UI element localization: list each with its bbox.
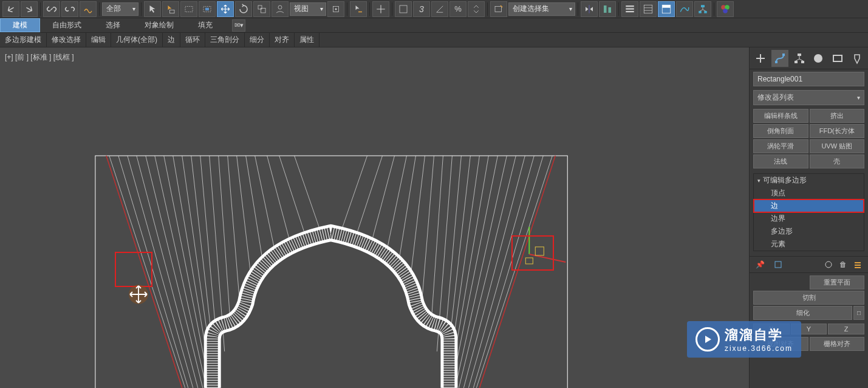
subobject-edge[interactable]: 边 [754,199,864,212]
material-editor-button[interactable] [717,1,734,17]
constrain-z-button[interactable]: Z [828,324,864,334]
mod-turbosmooth-button[interactable]: 涡轮平滑 [753,139,808,153]
remove-modifier-button[interactable]: 🗑 [838,259,849,270]
make-unique-button[interactable] [823,259,834,270]
sub-edges[interactable]: 边 [163,33,180,47]
refine-settings-button[interactable]: □ [853,306,864,320]
ribbon-tab-modeling[interactable]: 建模 [0,18,40,32]
mod-shell-button[interactable]: 壳 [810,154,865,168]
mod-bevel-profile-button[interactable]: 倒角剖面 [753,124,808,138]
motion-tab-button[interactable] [810,50,827,67]
svg-line-50 [468,156,534,388]
sub-polygon-modeling[interactable]: 多边形建模 [0,33,47,47]
selection-filter-dropdown[interactable]: 全部 [102,2,138,16]
show-end-result-button[interactable] [773,259,784,270]
snap-toggle-button[interactable] [395,1,412,17]
reference-coord-dropdown[interactable]: 视图 [290,2,326,16]
sub-tri[interactable]: 三角剖分 [205,33,245,47]
mirror-button[interactable] [581,1,598,17]
svg-line-32 [146,156,203,388]
select-and-move-button[interactable] [217,1,234,17]
sub-loops[interactable]: 循环 [180,33,205,47]
svg-rect-9 [400,5,407,13]
redo-button[interactable] [21,1,38,17]
toggle-ribbon-button[interactable] [658,1,675,17]
svg-line-66 [355,156,383,239]
sub-properties[interactable]: 属性 [295,33,320,47]
edit-geometry-section: . 重置平面 切割 细化 □ [753,275,864,320]
main-toolbar: 全部 视图 3 % 创建选择集 [0,0,868,18]
modifier-list-dropdown[interactable]: 修改器列表 [753,90,864,105]
select-and-scale-button[interactable] [253,1,270,17]
use-pivot-center-button[interactable] [327,1,344,17]
object-name-field[interactable]: Rectangle001 [753,72,864,86]
select-manipulate-button[interactable] [350,1,367,17]
mod-edit-spline-button[interactable]: 编辑样条线 [753,109,808,123]
unlink-button[interactable] [61,1,78,17]
svg-line-48 [476,156,552,388]
sub-geometry-all[interactable]: 几何体(全部) [111,33,163,47]
link-button[interactable] [43,1,60,17]
window-crossing-button[interactable] [199,1,216,17]
ribbon-misc-button[interactable]: ✉▾ [232,19,245,32]
svg-point-81 [825,262,832,268]
hierarchy-tab-button[interactable] [791,50,808,67]
schematic-view-button[interactable] [694,1,711,17]
snap-3-button[interactable]: 3 [413,1,430,17]
pin-stack-button[interactable]: 📌 [754,259,765,270]
ribbon-tab-populate[interactable]: 填充 [186,18,225,32]
svg-rect-4 [258,5,262,9]
svg-rect-20 [699,11,702,13]
sub-subdivision[interactable]: 细分 [245,33,270,47]
utilities-tab-button[interactable] [849,50,866,67]
named-selection-dropdown[interactable]: 创建选择集 [508,2,575,16]
mod-normal-button[interactable]: 法线 [753,154,808,168]
align-button[interactable] [599,1,616,17]
create-tab-button[interactable] [752,50,769,67]
viewport-front[interactable]: [+] [前 ] [标准 ] [线框 ] [0,47,750,388]
ribbon-tab-freeform[interactable]: 自由形式 [40,18,94,32]
select-and-rotate-button[interactable] [235,1,252,17]
bind-spacewarp-button[interactable] [80,1,97,17]
configure-sets-button[interactable] [852,259,863,270]
sub-modify-selection[interactable]: 修改选择 [47,33,86,47]
select-and-place-button[interactable] [272,1,289,17]
subobject-vertex[interactable]: 顶点 [754,187,864,199]
ribbon-tab-object-paint[interactable]: 对象绘制 [132,18,186,32]
stack-root-editable-poly[interactable]: 可编辑多边形 [754,174,864,187]
svg-point-78 [814,54,822,63]
svg-line-52 [459,156,516,388]
move-cursor-icon [126,282,151,307]
mod-ffd-box-button[interactable]: FFD(长方体 [810,124,865,138]
undo-button[interactable] [2,1,19,17]
sub-align[interactable]: 对齐 [270,33,295,47]
mod-extrude-button[interactable]: 挤出 [810,109,865,123]
toggle-scene-explorer-button[interactable] [621,1,638,17]
toggle-layer-explorer-button[interactable] [640,1,657,17]
display-tab-button[interactable] [829,50,846,67]
curve-editor-button[interactable] [676,1,693,17]
reset-plane-button[interactable]: 重置平面 [810,275,865,289]
angle-snap-button[interactable] [431,1,448,17]
cut-button[interactable]: 切割 [753,291,864,305]
svg-rect-19 [701,5,705,7]
keyboard-shortcut-override-button[interactable] [372,1,389,17]
edit-named-selection-button[interactable] [490,1,507,17]
refine-button[interactable]: 细化 [753,306,852,320]
select-by-name-button[interactable] [162,1,179,17]
sub-edit[interactable]: 编辑 [86,33,111,47]
subobject-element[interactable]: 元素 [754,238,864,251]
subobject-polygon[interactable]: 多边形 [754,225,864,238]
grid-align-button[interactable]: 栅格对齐 [810,337,865,351]
spinner-snap-button[interactable] [468,1,485,17]
mod-uvw-map-button[interactable]: UVW 贴图 [810,139,865,153]
svg-line-61 [422,156,434,303]
select-object-button[interactable] [144,1,161,17]
subobject-border[interactable]: 边界 [754,212,864,225]
svg-rect-77 [801,61,804,63]
command-panel-tabs [750,47,868,69]
percent-snap-button[interactable]: % [449,1,466,17]
ribbon-tab-selection[interactable]: 选择 [94,18,132,32]
modify-tab-button[interactable] [771,50,788,67]
rectangular-region-button[interactable] [180,1,197,17]
